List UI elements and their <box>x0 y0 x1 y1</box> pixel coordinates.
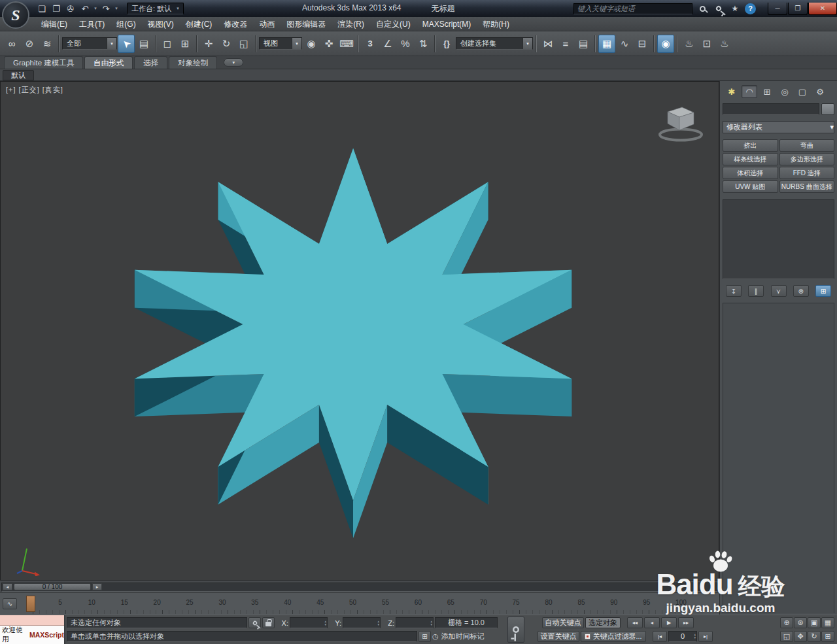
selection-filter-dropdown[interactable]: 全部 ▾ <box>62 37 117 50</box>
menu-item-group[interactable]: 组(G) <box>111 17 141 31</box>
unlink-selection-icon[interactable]: ⊘ <box>21 35 38 53</box>
show-end-result-icon[interactable]: ∥ <box>748 285 764 297</box>
next-key-button[interactable]: ▸| <box>698 631 713 642</box>
redo-icon[interactable]: ↷ <box>99 2 112 15</box>
menu-item-animation[interactable]: 动画 <box>253 17 281 31</box>
modifier-list-dropdown[interactable]: 修改器列表 ▾ <box>723 121 834 133</box>
play-button[interactable]: ▶ <box>661 617 677 628</box>
spinner-snap-icon[interactable]: ⇅ <box>415 35 432 53</box>
help-icon[interactable]: ? <box>745 3 756 14</box>
menu-item-maxscript[interactable]: MAXScript(M) <box>417 17 477 31</box>
menu-item-create[interactable]: 创建(C) <box>180 17 218 31</box>
modifier-stack[interactable] <box>723 199 834 279</box>
key-filters-button[interactable]: 关键点过滤器... <box>581 631 646 642</box>
modifier-button-volume-select[interactable]: 体积选择 <box>723 167 778 179</box>
select-and-link-icon[interactable]: ∞ <box>3 35 20 53</box>
object-color-swatch[interactable] <box>821 103 834 115</box>
time-slider[interactable]: ◂ 0 / 100 ▸ <box>0 581 719 592</box>
3dsmax-logo-icon[interactable]: S <box>2 1 29 29</box>
pan-icon[interactable]: ✥ <box>794 631 807 642</box>
auto-key-button[interactable]: 自动关键点 <box>542 617 584 628</box>
select-and-rotate-icon[interactable]: ↻ <box>218 35 235 53</box>
graphite-ribbon-toggle-icon[interactable]: ▦ <box>598 35 615 53</box>
close-button[interactable]: ✕ <box>808 3 837 15</box>
menu-item-tools[interactable]: 工具(T) <box>73 17 111 31</box>
select-object-icon[interactable]: ➤ <box>118 35 135 53</box>
previous-frame-button[interactable]: ◂ <box>644 617 660 628</box>
y-coordinate-field[interactable]: ▴▾ <box>343 617 381 628</box>
zoom-extents-icon[interactable]: ▣ <box>808 617 821 628</box>
orbit-icon[interactable]: ↻ <box>808 631 821 642</box>
rendered-frame-window-icon[interactable]: ⊡ <box>698 35 715 53</box>
tab-graphite-modeling[interactable]: Graphite 建模工具 <box>4 56 83 69</box>
z-coordinate-field[interactable]: ▴▾ <box>396 617 434 628</box>
star-shape[interactable] <box>1 82 719 580</box>
menu-item-rendering[interactable]: 渲染(R) <box>332 17 370 31</box>
previous-frame-arrow[interactable]: ◂ <box>3 583 12 590</box>
ribbon-collapse-button[interactable]: ▾ <box>224 58 243 67</box>
keyboard-shortcut-override-icon[interactable]: ⌨ <box>338 35 355 53</box>
schematic-view-icon[interactable]: ⊟ <box>634 35 651 53</box>
window-crossing-icon[interactable]: ⊞ <box>177 35 194 53</box>
tab-motion[interactable]: ◎ <box>777 85 793 98</box>
tab-object-paint[interactable]: 对象绘制 <box>169 56 217 69</box>
current-frame-field[interactable]: 0 ▴▾ <box>668 631 697 642</box>
save-file-icon[interactable]: ✇ <box>64 2 77 15</box>
use-pivot-center-icon[interactable]: ◉ <box>303 35 320 53</box>
next-frame-arrow[interactable]: ▸ <box>92 583 102 590</box>
tab-freeform[interactable]: 自由形式 <box>84 56 133 69</box>
go-to-end-button[interactable]: ▸▸ <box>678 617 694 628</box>
maximize-button[interactable]: ❐ <box>788 3 808 15</box>
undo-dropdown-icon[interactable]: ▾ <box>93 2 98 15</box>
modifier-button-extrude[interactable]: 挤出 <box>723 139 778 152</box>
tab-display[interactable]: ▢ <box>794 85 810 98</box>
set-key-button[interactable]: 设置关键点 <box>538 631 579 642</box>
tab-modify[interactable]: ◠ <box>742 85 757 98</box>
angle-snap-icon[interactable]: ∠ <box>379 35 396 53</box>
named-selection-set-dropdown[interactable]: 创建选择集 ▾ <box>456 37 533 50</box>
mirror-icon[interactable]: ⋈ <box>539 35 556 53</box>
zoom-icon[interactable]: ⊕ <box>780 617 793 628</box>
menu-item-help[interactable]: 帮助(H) <box>477 17 515 31</box>
new-file-icon[interactable]: ❏ <box>35 2 48 15</box>
select-and-manipulate-icon[interactable]: ✜ <box>320 35 337 53</box>
layer-manager-icon[interactable]: ▤ <box>575 35 592 53</box>
render-production-icon[interactable]: ♨ <box>716 35 733 53</box>
zoom-all-icon[interactable]: ⊛ <box>794 617 807 628</box>
selection-lock-key-icon[interactable] <box>248 617 261 628</box>
viewport[interactable]: [+] [正交] [真实] <box>0 81 719 581</box>
add-time-tag[interactable]: ◷ 添加时间标记 <box>432 632 503 641</box>
minimize-button[interactable]: ─ <box>768 3 787 15</box>
rectangular-selection-region-icon[interactable]: ◻ <box>159 35 176 53</box>
tab-selection[interactable]: 选择 <box>134 56 167 69</box>
select-by-name-icon[interactable]: ▤ <box>135 35 152 53</box>
x-coordinate-field[interactable]: ▴▾ <box>290 617 328 628</box>
reference-coordinate-dropdown[interactable]: 视图 ▾ <box>259 37 302 50</box>
mini-curve-editor-icon[interactable]: ∿ <box>3 598 17 609</box>
zoom-extents-all-icon[interactable]: ▦ <box>821 617 834 628</box>
viewport-label[interactable]: [+] [正交] [真实] <box>6 85 63 95</box>
go-to-start-button[interactable]: ◂◂ <box>627 617 643 628</box>
listener-line[interactable]: 欢迎使用 MAXScript <box>0 626 64 644</box>
menu-item-graph-editors[interactable]: 图形编辑器 <box>281 17 332 31</box>
render-setup-icon[interactable]: ♨ <box>681 35 698 53</box>
bind-to-spacewarp-icon[interactable]: ≋ <box>39 35 56 53</box>
maximize-viewport-toggle-icon[interactable]: ⊞ <box>821 631 834 642</box>
time-slider-handle[interactable]: 0 / 100 <box>14 583 91 590</box>
selection-lock-icon[interactable] <box>262 617 275 628</box>
percent-snap-icon[interactable]: % <box>397 35 414 53</box>
subscription-key-icon[interactable] <box>712 2 725 15</box>
select-and-scale-icon[interactable]: ◱ <box>235 35 252 53</box>
modifier-button-nurbs-select[interactable]: NURBS 曲面选择 <box>779 180 835 193</box>
modifier-button-ffd-select[interactable]: FFD 选择 <box>779 167 835 179</box>
make-unique-icon[interactable]: ⋎ <box>771 285 787 297</box>
snaps-toggle-icon[interactable]: 3 <box>362 35 379 53</box>
align-icon[interactable]: ≡ <box>557 35 574 53</box>
curve-editor-icon[interactable]: ∿ <box>616 35 633 53</box>
previous-key-button[interactable]: |◂ <box>653 631 667 642</box>
material-editor-icon[interactable]: ◉ <box>657 35 674 53</box>
configure-modifier-sets-icon[interactable]: ⊞ <box>815 285 831 297</box>
track-bar[interactable]: ∿ 51015202530354045505560657075808590951… <box>0 592 719 615</box>
pin-stack-icon[interactable]: ↧ <box>726 285 742 297</box>
maxscript-mini-listener[interactable]: 欢迎使用 MAXScript <box>0 615 65 644</box>
